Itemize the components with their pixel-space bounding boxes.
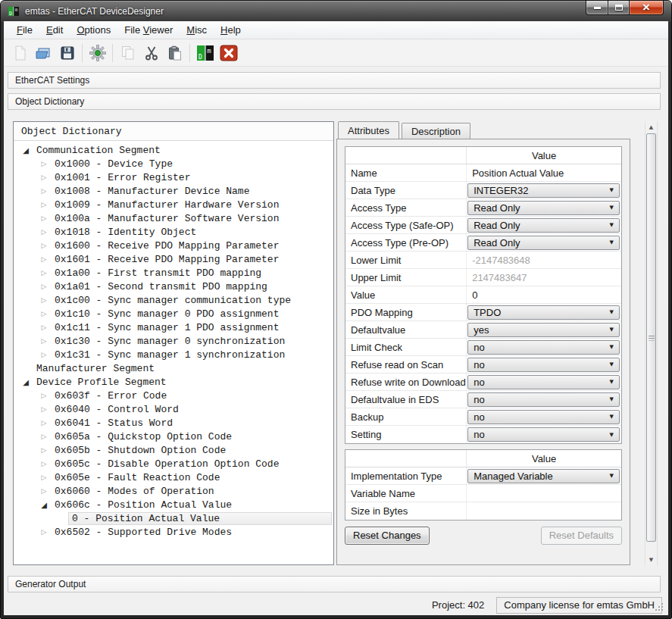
tree-item[interactable]: ▷0x1008 - Manufacturer Device Name <box>14 184 333 198</box>
expand-icon[interactable]: ▷ <box>38 487 50 495</box>
tree-item[interactable]: ▷0x6041 - Status Word <box>14 416 333 430</box>
collapse-icon[interactable]: ◢ <box>38 501 50 509</box>
expand-icon[interactable]: ▷ <box>38 242 50 249</box>
scroll-up-icon[interactable] <box>645 121 657 133</box>
tree-item[interactable]: ▷0x1a00 - First transmit PDO mapping <box>14 266 333 280</box>
access-type-safe-op-dropdown[interactable]: Read Only▼ <box>467 218 620 233</box>
maximize-button[interactable] <box>608 1 630 15</box>
exit-button[interactable] <box>217 42 240 64</box>
tree-item[interactable]: ◢0x606c - Position Actual Value <box>14 498 333 511</box>
section-ethercat-settings[interactable]: EtherCAT Settings <box>8 72 661 89</box>
tree-item[interactable]: ▷0x1c30 - Sync manager 0 synchronization <box>14 334 333 348</box>
expand-icon[interactable]: ▷ <box>38 392 50 399</box>
menu-misc[interactable]: Misc <box>180 22 214 38</box>
tree-item[interactable]: ▷0x1c31 - Sync manager 1 synchronization <box>14 348 333 361</box>
tree-item[interactable]: ▷0x1018 - Identity Object <box>14 225 333 239</box>
tree-item[interactable]: ▷0x6040 - Control Word <box>14 402 333 416</box>
expand-icon[interactable]: ▷ <box>38 324 50 331</box>
tab-attributes[interactable]: Attributes <box>338 121 399 139</box>
access-type-pre-op-dropdown[interactable]: Read Only▼ <box>467 236 620 250</box>
defaultvalue-in-eds-dropdown[interactable]: no▼ <box>467 392 620 407</box>
limit-check-dropdown[interactable]: no▼ <box>467 340 620 355</box>
open-button[interactable] <box>32 42 55 64</box>
vertical-scrollbar[interactable] <box>645 121 658 565</box>
expand-icon[interactable]: ▷ <box>38 174 50 181</box>
attribute-value[interactable]: Position Actual Value <box>467 167 564 179</box>
settings-button[interactable] <box>86 42 109 64</box>
tree-item[interactable]: ▷0x605a - Quickstop Option Code <box>14 430 333 443</box>
tree-item[interactable]: ▷0x1000 - Device Type <box>14 157 333 170</box>
expand-icon[interactable]: ▷ <box>38 283 50 290</box>
tree-item[interactable]: ▷0x603f - Error Code <box>14 389 333 402</box>
expand-icon[interactable]: ▷ <box>38 201 50 208</box>
tree-item[interactable]: ▷0x6502 - Supported Drive Modes <box>14 525 333 539</box>
setting-dropdown[interactable]: no▼ <box>467 427 620 442</box>
data-type-dropdown[interactable]: INTEGER32▼ <box>467 183 620 198</box>
access-type-dropdown[interactable]: Read Only▼ <box>467 201 620 215</box>
menu-file[interactable]: File <box>10 22 39 38</box>
tab-description[interactable]: Description <box>402 123 470 139</box>
tree-item[interactable]: Manufacturer Segment <box>14 361 333 375</box>
section-generator-output[interactable]: Generator Output <box>8 576 661 592</box>
backup-dropdown[interactable]: no▼ <box>467 410 620 424</box>
scrollbar-thumb[interactable] <box>646 133 656 542</box>
tree-item[interactable]: ▷0x6060 - Modes of Operation <box>14 484 333 498</box>
collapse-icon[interactable]: ◢ <box>20 146 32 155</box>
tree-item[interactable]: 0 - Position Actual Value <box>14 511 333 525</box>
expand-icon[interactable]: ▷ <box>38 337 50 345</box>
implementation-type-dropdown[interactable]: Managed Variable▼ <box>467 469 620 483</box>
collapse-icon[interactable]: ◢ <box>20 378 32 386</box>
tree-item[interactable]: ▷0x1c11 - Sync manager 1 PDO assignment <box>14 320 333 334</box>
menu-file-viewer[interactable]: File Viewer <box>117 22 180 38</box>
expand-icon[interactable]: ▷ <box>38 269 50 277</box>
menu-help[interactable]: Help <box>214 22 248 38</box>
menu-edit[interactable]: Edit <box>39 22 70 38</box>
defaultvalue-dropdown[interactable]: yes▼ <box>467 323 620 337</box>
tree-item[interactable]: ▷0x1001 - Error Register <box>14 170 333 184</box>
scroll-down-icon[interactable] <box>645 554 657 565</box>
resize-grip[interactable] <box>655 603 664 612</box>
tree-item[interactable]: ▷0x100a - Manufacturer Software Version <box>14 211 333 225</box>
menu-options[interactable]: Options <box>70 22 117 38</box>
expand-icon[interactable]: ▷ <box>38 405 50 413</box>
section-object-dictionary[interactable]: Object Dictionary <box>8 93 661 110</box>
close-button[interactable] <box>629 1 664 15</box>
expand-icon[interactable]: ▷ <box>38 460 50 467</box>
expand-icon[interactable]: ▷ <box>38 310 50 317</box>
expand-icon[interactable]: ▷ <box>38 474 50 481</box>
tree-item[interactable]: ▷0x605c - Disable Operation Option Code <box>14 457 333 471</box>
expand-icon[interactable]: ▷ <box>38 255 50 263</box>
tree-item[interactable]: ▷0x605e - Fault Reaction Code <box>14 471 333 484</box>
tree-item[interactable]: ◢Communication Segment <box>14 143 333 157</box>
refuse-write-on-download-dropdown[interactable]: no▼ <box>467 375 620 389</box>
expand-icon[interactable]: ▷ <box>38 351 50 358</box>
expand-icon[interactable]: ▷ <box>38 446 50 454</box>
expand-icon[interactable]: ▷ <box>38 528 50 536</box>
save-button[interactable] <box>55 42 79 64</box>
expand-icon[interactable]: ▷ <box>38 419 50 427</box>
tree-item[interactable]: ▷0x1009 - Manufacturer Hardware Version <box>14 198 333 211</box>
tree-item[interactable]: ▷0x1c00 - Sync manager communication typ… <box>14 293 333 307</box>
tree-item[interactable]: ▷0x1c10 - Sync manager 0 PDO assignment <box>14 307 333 320</box>
expand-icon[interactable]: ▷ <box>38 433 50 440</box>
expand-icon[interactable]: ▷ <box>38 160 50 167</box>
tree-item[interactable]: ▷0x1601 - Receive PDO Mapping Parameter <box>14 252 333 266</box>
tree-item[interactable]: ▷0x1a01 - Second transmit PDO mapping <box>14 280 333 293</box>
tree-item[interactable]: ◢Device Profile Segment <box>14 375 333 389</box>
expand-icon[interactable]: ▷ <box>38 214 50 222</box>
reset-changes-button[interactable]: Reset Changes <box>345 527 430 545</box>
tree-item[interactable]: ▷0x605b - Shutdown Option Code <box>14 443 333 457</box>
devicedesigner-logo-button[interactable]: Dm <box>193 42 217 64</box>
cut-button[interactable] <box>139 42 163 64</box>
expand-icon[interactable]: ▷ <box>38 187 50 195</box>
refuse-read-on-scan-dropdown[interactable]: no▼ <box>467 358 620 372</box>
pdo-mapping-dropdown[interactable]: TPDO▼ <box>467 305 620 320</box>
titlebar[interactable]: D m emtas - EtherCAT DeviceDesigner <box>4 1 668 21</box>
paste-button[interactable] <box>163 42 186 64</box>
attribute-value[interactable]: 0 <box>467 289 477 301</box>
expand-icon[interactable]: ▷ <box>38 296 50 304</box>
expand-icon[interactable]: ▷ <box>38 228 50 236</box>
chevron-down-icon: ▼ <box>610 205 614 211</box>
tree-item[interactable]: ▷0x1600 - Receive PDO Mapping Parameter <box>14 239 333 252</box>
minimize-button[interactable] <box>586 1 608 15</box>
